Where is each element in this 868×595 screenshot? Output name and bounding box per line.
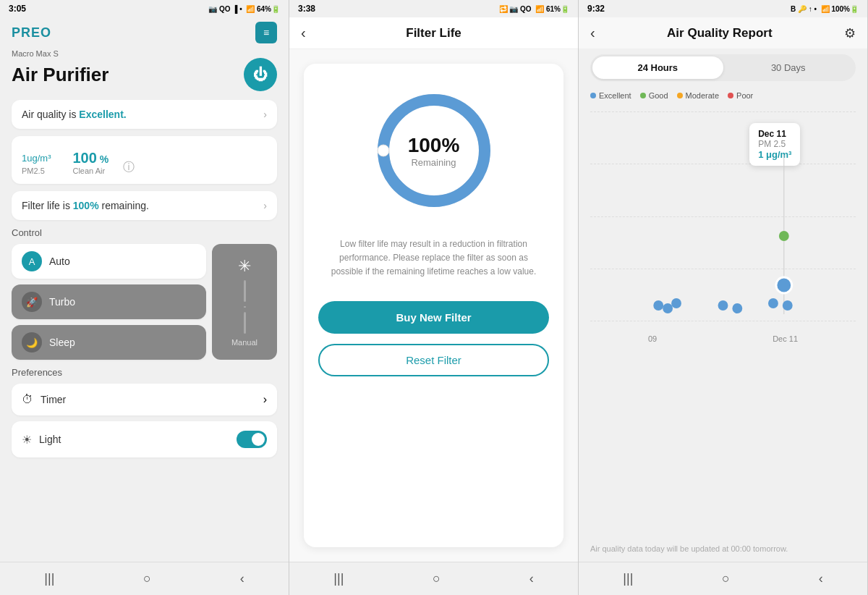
chevron-icon: › [263, 109, 267, 120]
nav-menu-3[interactable]: ||| [611, 568, 644, 589]
nav-bar-3: ||| ○ ‹ [579, 562, 867, 595]
nav-back-3[interactable]: ‹ [807, 568, 835, 589]
status-bar-2: 3:38 🔁 📷 QO 📶 61%🔋 [289, 0, 578, 17]
svg-point-10 [653, 300, 663, 311]
sleep-mode-button[interactable]: 🌙 Sleep [12, 325, 206, 360]
pm-label: PM2.5 [22, 166, 51, 175]
good-dot [640, 93, 646, 98]
nav-home-2[interactable]: ○ [421, 568, 452, 589]
nav-home-3[interactable]: ○ [710, 568, 741, 589]
brand-logo: PREO [12, 25, 51, 41]
auto-mode-button[interactable]: A Auto [12, 244, 206, 279]
light-toggle[interactable] [237, 431, 267, 448]
help-icon[interactable]: ⓘ [123, 160, 135, 175]
brand-icon: ≡ [255, 22, 277, 43]
manual-panel[interactable]: ✳ Manual [212, 244, 277, 360]
x-labels: 09 Dec 11 [590, 334, 856, 343]
turbo-mode-button[interactable]: 🚀 Turbo [12, 284, 206, 319]
nav-back-2[interactable]: ‹ [518, 568, 545, 589]
device-label: Macro Max S [12, 49, 277, 58]
svg-point-8 [783, 300, 793, 311]
svg-point-9 [779, 231, 789, 241]
air-quality-text: Air quality is Excellent. [22, 109, 127, 120]
x-label-dec11: Dec 11 [773, 334, 798, 343]
filter-life-title: Filter Life [406, 26, 461, 41]
chart-area: Dec 11 PM 2.5 1 μg/m³ [579, 104, 867, 539]
p1-brand-row: PREO ≡ [12, 22, 277, 43]
speed-bar-top [244, 280, 246, 302]
filter-donut-chart: 100% Remaining [369, 85, 499, 216]
timer-chevron-icon: › [263, 393, 267, 406]
svg-point-12 [671, 298, 681, 308]
legend-good: Good [640, 91, 668, 100]
pm-value: 1ug/m³ [22, 145, 51, 165]
reset-filter-button[interactable]: Reset Filter [318, 344, 549, 376]
svg-point-2 [378, 145, 389, 156]
p2-content: 100% Remaining Low filter life may resul… [289, 49, 578, 562]
p1-content: Air quality is Excellent. › 1ug/m³ PM2.5… [0, 94, 289, 562]
status-icons-2: 🔁 📷 QO 📶 61%🔋 [499, 5, 569, 13]
filter-chevron-icon: › [263, 200, 267, 211]
filter-card: 100% Remaining Low filter life may resul… [304, 64, 563, 547]
legend: Excellent Good Moderate Poor [579, 87, 867, 104]
report-title: Air Quality Report [595, 26, 844, 41]
status-bar-1: 3:05 📷 QO ▐ • 📶 64%🔋 [0, 0, 289, 17]
tab-24h[interactable]: 24 Hours [592, 56, 723, 79]
back-button-3[interactable]: ‹ [590, 25, 595, 41]
clean-pct: 100 % [72, 150, 109, 166]
air-quality-card[interactable]: Air quality is Excellent. › [12, 100, 277, 129]
legend-excellent: Excellent [590, 91, 631, 100]
donut-center: 100% Remaining [408, 134, 460, 168]
nav-home[interactable]: ○ [132, 568, 163, 589]
control-label: Control [12, 227, 277, 238]
svg-point-11 [663, 303, 673, 313]
status-icons-1: 📷 QO ▐ • 📶 64%🔋 [208, 5, 280, 13]
light-icon: ☀ [22, 433, 32, 447]
tab-30d[interactable]: 30 Days [723, 56, 854, 79]
timer-pref[interactable]: ⏱ Timer › [12, 384, 277, 415]
speed-bar-mid [244, 306, 246, 308]
power-button[interactable]: ⏻ [244, 58, 277, 91]
control-grid: A Auto 🚀 Turbo 🌙 Sleep ✳ Man [12, 244, 277, 360]
nav-bar-2: ||| ○ ‹ [289, 562, 578, 595]
speed-bar-bot [244, 312, 246, 334]
poor-dot [728, 93, 733, 98]
pm-row: 1ug/m³ PM2.5 100 % Clean Air ⓘ [22, 145, 135, 175]
filter-life-card[interactable]: Filter life is 100% remaining. › [12, 191, 277, 220]
panel-air-purifier: 3:05 📷 QO ▐ • 📶 64%🔋 PREO ≡ Macro Max S … [0, 0, 289, 595]
turbo-icon: 🚀 [22, 292, 42, 312]
tab-bar: 24 Hours 30 Days [590, 54, 856, 81]
sleep-icon: 🌙 [22, 332, 42, 353]
svg-point-4 [718, 300, 728, 311]
svg-point-6 [776, 277, 792, 293]
p2-header: ‹ Filter Life [289, 17, 578, 49]
clean-label: Clean Air [72, 166, 109, 175]
moderate-dot [677, 93, 683, 98]
fan-icon: ✳ [238, 257, 251, 276]
back-button[interactable]: ‹ [301, 25, 306, 41]
panel-filter-life: 3:38 🔁 📷 QO 📶 61%🔋 ‹ Filter Life 100% [289, 0, 579, 595]
filter-desc: Low filter life may result in a reductio… [318, 237, 549, 279]
auto-icon: A [22, 251, 42, 271]
time-1: 3:05 [9, 4, 26, 14]
x-label-09: 09 [648, 334, 657, 343]
control-modes: A Auto 🚀 Turbo 🌙 Sleep [12, 244, 206, 360]
pref-label: Preferences [12, 367, 277, 378]
buy-filter-button[interactable]: Buy New Filter [318, 301, 549, 334]
svg-point-7 [768, 298, 778, 308]
nav-menu-2[interactable]: ||| [322, 568, 355, 589]
status-icons-3: B 🔑 ↑ • 📶 100%🔋 [791, 5, 859, 13]
legend-moderate: Moderate [677, 91, 719, 100]
time-3: 9:32 [587, 4, 605, 14]
filter-remaining: Remaining [408, 157, 460, 168]
p3-header: ‹ Air Quality Report ⚙ [579, 17, 867, 48]
svg-point-5 [732, 303, 742, 313]
nav-menu[interactable]: ||| [33, 568, 66, 589]
filter-pct: 100% [408, 134, 460, 157]
timer-icon: ⏱ [22, 393, 33, 406]
light-pref[interactable]: ☀ Light [12, 421, 277, 457]
filter-text: Filter life is 100% remaining. [22, 200, 149, 211]
settings-icon[interactable]: ⚙ [844, 25, 856, 41]
nav-back[interactable]: ‹ [229, 568, 256, 589]
time-2: 3:38 [298, 4, 315, 14]
